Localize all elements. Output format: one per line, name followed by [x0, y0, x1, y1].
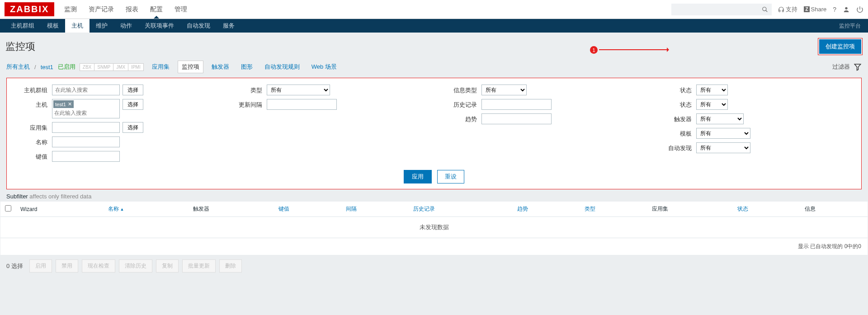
subnav-event-correlation[interactable]: 关联项事件	[138, 19, 180, 33]
share-link[interactable]: Z Share	[804, 6, 826, 13]
sub-nav: 主机群组 模板 主机 维护 动作 关联项事件 自动发现 服务 监控平台	[0, 19, 868, 33]
search-icon[interactable]	[762, 6, 768, 13]
btn-mass-update[interactable]: 批量更新	[182, 259, 216, 273]
subnav-services[interactable]: 服务	[217, 19, 241, 33]
select-all-checkbox[interactable]	[5, 205, 11, 212]
input-trends[interactable]	[481, 113, 552, 124]
filter-actions: 应用 重设	[16, 170, 852, 183]
subfilter-note: affects only filtered data	[29, 193, 91, 200]
col-type[interactable]: 类型	[580, 202, 647, 217]
select-hostgroup-button[interactable]: 选择	[123, 85, 143, 95]
support-link[interactable]: 支持	[778, 5, 798, 14]
breadcrumb-host[interactable]: test1	[41, 64, 53, 71]
reset-button[interactable]: 重设	[437, 170, 464, 183]
breadcrumb-all-hosts[interactable]: 所有主机	[6, 63, 30, 71]
power-icon[interactable]	[856, 6, 863, 13]
select-discovery[interactable]: 所有	[696, 142, 750, 153]
help-icon[interactable]: ?	[833, 6, 836, 13]
btn-delete[interactable]: 删除	[219, 259, 242, 273]
select-state[interactable]: 所有	[696, 85, 728, 95]
col-trends[interactable]: 趋势	[513, 202, 580, 217]
filter-col-3: 信息类型 所有 历史记录 趋势	[445, 85, 637, 165]
user-icon[interactable]	[843, 6, 850, 13]
col-triggers: 触发器	[189, 202, 274, 217]
input-history[interactable]	[481, 99, 552, 110]
btn-disable[interactable]: 禁用	[56, 259, 78, 273]
input-key[interactable]	[52, 151, 120, 162]
tab-web-scenarios[interactable]: Web 场景	[308, 61, 340, 73]
svg-point-0	[763, 7, 766, 10]
tab-graphs[interactable]: 图形	[237, 61, 256, 73]
btn-enable[interactable]: 启用	[29, 259, 52, 273]
tab-items[interactable]: 监控项	[178, 61, 203, 73]
search-input[interactable]	[671, 4, 762, 15]
input-application[interactable]	[52, 122, 120, 133]
tab-applications[interactable]: 应用集	[148, 61, 173, 73]
page-title: 监控项	[5, 40, 35, 53]
create-item-button[interactable]: 创建监控项	[819, 39, 861, 54]
label-interval: 更新间隔	[231, 99, 267, 109]
filter-icon	[854, 63, 862, 71]
select-info-type[interactable]: 所有	[481, 85, 527, 95]
page-header: 监控项 1 创建监控项	[0, 33, 868, 58]
subnav-hosts[interactable]: 主机	[65, 19, 90, 33]
subnav-templates[interactable]: 模板	[41, 19, 65, 33]
filter-col-1: 主机群组 选择 主机 test1 ✕ 选择 应用集 选择	[16, 85, 208, 165]
topnav-monitoring[interactable]: 监测	[63, 1, 78, 18]
col-interval[interactable]: 间隔	[341, 202, 409, 217]
logo[interactable]: ZABBIX	[5, 2, 54, 16]
col-history[interactable]: 历史记录	[409, 202, 513, 217]
input-name[interactable]	[52, 136, 120, 147]
label-state: 状态	[660, 85, 696, 94]
search-wrap	[671, 4, 772, 15]
subnav-right-label: 监控平台	[839, 22, 863, 30]
input-hostgroup[interactable]	[52, 85, 120, 95]
col-status[interactable]: 状态	[733, 202, 800, 217]
no-data-row: 未发现数据	[0, 217, 868, 238]
select-triggers[interactable]: 所有	[696, 113, 744, 124]
proto-jmx: JMX	[113, 63, 128, 71]
subnav-discovery[interactable]: 自动发现	[180, 19, 217, 33]
no-data-cell: 未发现数据	[0, 217, 868, 238]
filter-toggle[interactable]: 过滤器	[832, 63, 862, 71]
tab-discovery-rules[interactable]: 自动发现规则	[261, 61, 303, 73]
topnav-reports[interactable]: 报表	[125, 1, 139, 18]
col-name[interactable]: 名称	[104, 202, 189, 217]
col-key[interactable]: 键值	[274, 202, 341, 217]
bottom-actions: 0 选择 启用 禁用 现在检查 清除历史 复制 批量更新 删除	[0, 255, 868, 277]
protocol-tags: ZBX SNMP JMX IPMI	[80, 63, 144, 71]
label-type: 类型	[231, 85, 267, 94]
select-template[interactable]: 所有	[696, 128, 750, 139]
subnav-actions[interactable]: 动作	[114, 19, 138, 33]
filter-grid: 主机群组 选择 主机 test1 ✕ 选择 应用集 选择	[16, 85, 852, 165]
table-header-row: Wizard 名称 触发器 键值 间隔 历史记录 趋势 类型 应用集 状态 信息	[0, 202, 868, 217]
subnav-hostgroups[interactable]: 主机群组	[5, 19, 41, 33]
host-tag-remove-icon[interactable]: ✕	[68, 101, 72, 107]
proto-snmp: SNMP	[94, 63, 113, 71]
select-type[interactable]: 所有	[267, 85, 330, 95]
topnav-configuration[interactable]: 配置	[149, 1, 164, 18]
select-status[interactable]: 所有	[696, 99, 728, 110]
proto-ipmi: IPMI	[128, 63, 144, 71]
label-triggers-filter: 触发器	[660, 113, 696, 123]
btn-clear-history[interactable]: 清除历史	[119, 259, 152, 273]
host-status: 已启用	[58, 63, 75, 71]
filter-col-4: 状态 所有 状态 所有 触发器 所有 模板 所有 自动发现 所有	[660, 85, 852, 165]
select-host-button[interactable]: 选择	[123, 99, 143, 110]
topnav-inventory[interactable]: 资产记录	[88, 1, 115, 18]
top-bar: ZABBIX 监测 资产记录 报表 配置 管理 支持 Z Share ?	[0, 0, 868, 19]
label-application: 应用集	[16, 122, 52, 132]
btn-check-now[interactable]: 现在检查	[82, 259, 115, 273]
input-host[interactable]	[53, 109, 118, 117]
tab-triggers[interactable]: 触发器	[208, 61, 233, 73]
col-wizard: Wizard	[16, 202, 104, 217]
subnav-maintenance[interactable]: 维护	[90, 19, 114, 33]
topnav-admin[interactable]: 管理	[174, 1, 188, 18]
label-key: 键值	[16, 151, 52, 161]
input-host-box[interactable]: test1 ✕	[52, 99, 120, 118]
select-application-button[interactable]: 选择	[123, 122, 143, 133]
col-info: 信息	[800, 202, 868, 217]
apply-button[interactable]: 应用	[404, 170, 432, 183]
btn-copy[interactable]: 复制	[156, 259, 179, 273]
input-interval[interactable]	[267, 99, 337, 110]
